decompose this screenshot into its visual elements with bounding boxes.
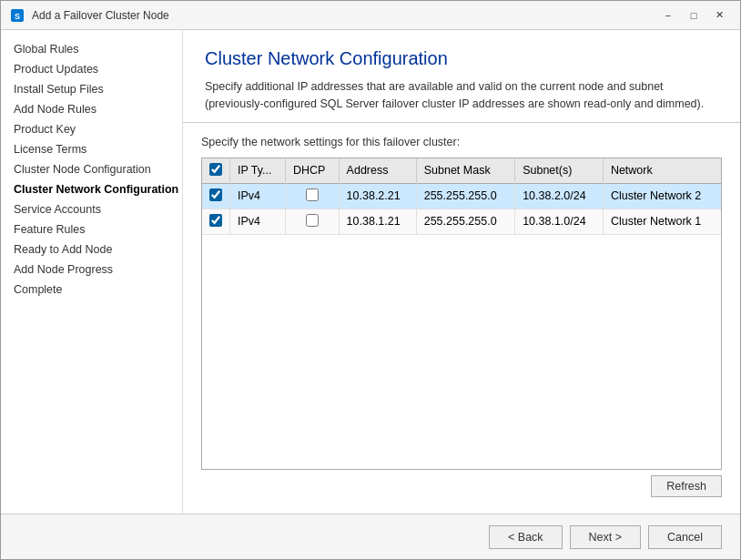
row-network: Cluster Network 1 [603,209,721,234]
sidebar-item-12[interactable]: Complete [1,280,182,300]
row-subnets: 10.38.1.0/24 [515,209,604,234]
row-checkbox-cell [202,183,230,209]
main-header: Cluster Network Configuration Specify ad… [183,30,740,122]
row-address: 10.38.2.21 [339,183,416,209]
sidebar-item-1[interactable]: Product Updates [1,59,182,79]
row-checkbox-1[interactable] [209,214,222,227]
network-table: IP Ty... DHCP Address Subnet Mask Subnet… [202,158,721,235]
table-row: IPv410.38.1.21255.255.255.010.38.1.0/24C… [202,209,721,234]
sidebar-item-5[interactable]: License Terms [1,139,182,159]
maximize-button[interactable]: □ [682,6,705,25]
table-header-row: IP Ty... DHCP Address Subnet Mask Subnet… [202,158,721,184]
sidebar-item-9[interactable]: Feature Rules [1,219,182,239]
sidebar-item-4[interactable]: Product Key [1,119,182,139]
sidebar-item-11[interactable]: Add Node Progress [1,260,182,280]
row-checkbox-cell [202,209,230,234]
sidebar-item-10[interactable]: Ready to Add Node [1,239,182,260]
page-title: Cluster Network Configuration [205,48,718,69]
refresh-button[interactable]: Refresh [651,475,722,497]
window-title: Add a Failover Cluster Node [32,9,169,22]
th-network: Network [603,158,721,184]
sidebar-item-2[interactable]: Install Setup Files [1,79,182,99]
th-address: Address [339,158,416,184]
sidebar-item-0[interactable]: Global Rules [1,39,182,59]
row-type: IPv4 [230,209,286,234]
page-description: Specify additional IP addresses that are… [205,78,718,113]
refresh-area: Refresh [201,470,722,501]
close-button[interactable]: ✕ [707,6,731,25]
next-button[interactable]: Next > [570,525,641,549]
row-type: IPv4 [230,183,286,209]
main-window: S Add a Failover Cluster Node − □ ✕ Glob… [0,0,741,560]
main-panel: Cluster Network Configuration Specify ad… [183,30,740,514]
row-dhcp-cell [285,183,339,209]
svg-text:S: S [15,12,20,21]
sidebar-item-6[interactable]: Cluster Node Configuration [1,159,182,179]
row-dhcp-cell [285,209,339,234]
th-ip-type: IP Ty... [230,158,286,184]
th-dhcp: DHCP [285,158,339,184]
row-dhcp-1[interactable] [306,214,319,227]
titlebar-left: S Add a Failover Cluster Node [10,8,169,23]
sidebar-item-7[interactable]: Cluster Network Configuration [1,179,182,199]
titlebar: S Add a Failover Cluster Node − □ ✕ [1,1,740,30]
row-dhcp-0[interactable] [306,188,319,201]
row-subnet-mask: 255.255.255.0 [416,183,514,209]
network-settings-label: Specify the network settings for this fa… [201,136,722,148]
app-icon: S [10,8,25,23]
network-table-wrapper: IP Ty... DHCP Address Subnet Mask Subnet… [201,158,722,471]
th-subnet-mask: Subnet Mask [416,158,514,184]
cancel-button[interactable]: Cancel [648,525,722,549]
table-row: IPv410.38.2.21255.255.255.010.38.2.0/24C… [202,183,721,209]
minimize-button[interactable]: − [656,6,680,25]
row-checkbox-0[interactable] [209,188,222,201]
row-subnet-mask: 255.255.255.0 [416,209,514,234]
sidebar-item-8[interactable]: Service Accounts [1,199,182,219]
titlebar-controls: − □ ✕ [656,6,731,25]
content-area: Global RulesProduct UpdatesInstall Setup… [1,30,740,514]
sidebar: Global RulesProduct UpdatesInstall Setup… [1,30,183,514]
sidebar-item-3[interactable]: Add Node Rules [1,99,182,119]
back-button[interactable]: < Back [489,525,563,549]
row-address: 10.38.1.21 [339,209,416,234]
th-checkbox [202,158,230,184]
header-checkbox[interactable] [209,163,222,176]
footer: < Back Next > Cancel [1,514,740,559]
th-subnets: Subnet(s) [515,158,604,184]
row-network: Cluster Network 2 [603,183,721,209]
main-content: Specify the network settings for this fa… [183,123,740,514]
row-subnets: 10.38.2.0/24 [515,183,604,209]
